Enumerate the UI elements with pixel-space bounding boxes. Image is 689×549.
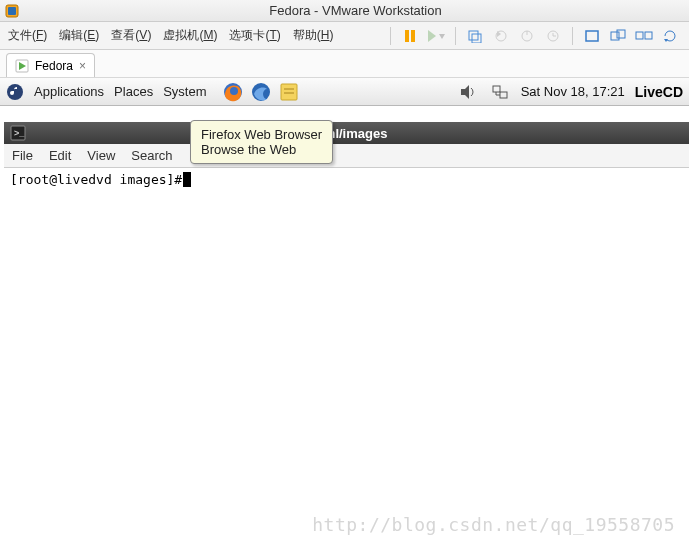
svg-rect-16 bbox=[611, 32, 619, 40]
tooltip-line2: Browse the Web bbox=[201, 142, 322, 157]
revert-icon[interactable] bbox=[490, 26, 512, 46]
terminal-cursor bbox=[183, 172, 191, 187]
fullscreen-icon[interactable] bbox=[581, 26, 603, 46]
svg-point-25 bbox=[230, 87, 238, 95]
gnome-system[interactable]: System bbox=[163, 84, 206, 99]
toolbar-separator bbox=[455, 27, 456, 45]
svg-rect-27 bbox=[281, 84, 297, 100]
cycle-icon[interactable] bbox=[659, 26, 681, 46]
panel-datetime[interactable]: Sat Nov 18, 17:21 bbox=[521, 84, 625, 99]
menu-view[interactable]: 查看(V) bbox=[111, 27, 151, 44]
term-menu-edit[interactable]: Edit bbox=[49, 148, 71, 163]
svg-point-23 bbox=[7, 84, 23, 100]
terminal-menubar: File Edit View Search bbox=[4, 144, 689, 168]
gnome-places[interactable]: Places bbox=[114, 84, 153, 99]
svg-rect-2 bbox=[405, 30, 409, 42]
toolbar-separator bbox=[572, 27, 573, 45]
terminal-window: >_ /usr/local/nginx/html/images File Edi… bbox=[4, 122, 689, 528]
firefox-tooltip: Firefox Web Browser Browse the Web bbox=[190, 120, 333, 164]
tab-label: Fedora bbox=[35, 59, 73, 73]
menu-tabs[interactable]: 选项卡(T) bbox=[229, 27, 280, 44]
menu-vm[interactable]: 虚拟机(M) bbox=[163, 27, 217, 44]
svg-rect-6 bbox=[469, 31, 478, 40]
vm-tabstrip: Fedora × bbox=[0, 50, 689, 78]
terminal-titlebar[interactable]: >_ /usr/local/nginx/html/images bbox=[4, 122, 689, 144]
toolbar-separator bbox=[390, 27, 391, 45]
sound-icon[interactable] bbox=[457, 81, 479, 103]
network-icon[interactable] bbox=[489, 81, 511, 103]
window-title: Fedora - VMware Workstation bbox=[26, 3, 685, 18]
svg-marker-4 bbox=[428, 30, 436, 42]
svg-rect-17 bbox=[617, 30, 625, 38]
vmware-titlebar: Fedora - VMware Workstation bbox=[0, 0, 689, 22]
fedora-logo-icon[interactable] bbox=[6, 83, 24, 101]
term-menu-view[interactable]: View bbox=[87, 148, 115, 163]
play-dropdown-icon[interactable] bbox=[425, 26, 447, 46]
multimon-icon[interactable] bbox=[633, 26, 655, 46]
vmware-icon bbox=[4, 3, 20, 19]
tooltip-line1: Firefox Web Browser bbox=[201, 127, 322, 142]
menu-edit[interactable]: 编辑(E) bbox=[59, 27, 99, 44]
svg-rect-15 bbox=[586, 31, 598, 41]
vmware-menubar: 文件(F) 编辑(E) 查看(V) 虚拟机(M) 选项卡(T) 帮助(H) bbox=[0, 22, 689, 50]
terminal-icon: >_ bbox=[10, 125, 26, 141]
vmware-toolbar bbox=[386, 26, 681, 46]
svg-rect-3 bbox=[411, 30, 415, 42]
svg-rect-1 bbox=[8, 7, 16, 15]
svg-rect-31 bbox=[493, 86, 500, 92]
gnome-panel: Applications Places System Sat Nov 18, 1… bbox=[0, 78, 689, 106]
svg-rect-19 bbox=[645, 32, 652, 39]
firefox-icon[interactable] bbox=[222, 81, 244, 103]
menu-help[interactable]: 帮助(H) bbox=[293, 27, 334, 44]
term-menu-file[interactable]: File bbox=[12, 148, 33, 163]
term-menu-search[interactable]: Search bbox=[131, 148, 172, 163]
thunderbird-icon[interactable] bbox=[250, 81, 272, 103]
notes-icon[interactable] bbox=[278, 81, 300, 103]
vm-power-on-icon bbox=[15, 59, 29, 73]
terminal-title-gap bbox=[32, 126, 213, 141]
snapshot-icon[interactable] bbox=[464, 26, 486, 46]
tab-fedora[interactable]: Fedora × bbox=[6, 53, 95, 77]
watermark: http://blog.csdn.net/qq_19558705 bbox=[312, 514, 675, 535]
unity-icon[interactable] bbox=[607, 26, 629, 46]
gnome-applications[interactable]: Applications bbox=[34, 84, 104, 99]
clock-icon[interactable] bbox=[542, 26, 564, 46]
svg-marker-30 bbox=[461, 85, 469, 99]
terminal-body[interactable]: [root@livedvd images]# bbox=[4, 168, 689, 528]
svg-text:>_: >_ bbox=[14, 128, 25, 138]
svg-rect-7 bbox=[472, 34, 481, 43]
menu-file[interactable]: 文件(F) bbox=[8, 27, 47, 44]
svg-rect-32 bbox=[500, 92, 507, 98]
svg-rect-18 bbox=[636, 32, 643, 39]
terminal-prompt: [root@livedvd images]# bbox=[10, 172, 182, 187]
panel-livecd: LiveCD bbox=[635, 84, 683, 100]
svg-marker-5 bbox=[439, 34, 445, 39]
pause-icon[interactable] bbox=[399, 26, 421, 46]
manage-snapshot-icon[interactable] bbox=[516, 26, 538, 46]
close-icon[interactable]: × bbox=[79, 59, 86, 73]
